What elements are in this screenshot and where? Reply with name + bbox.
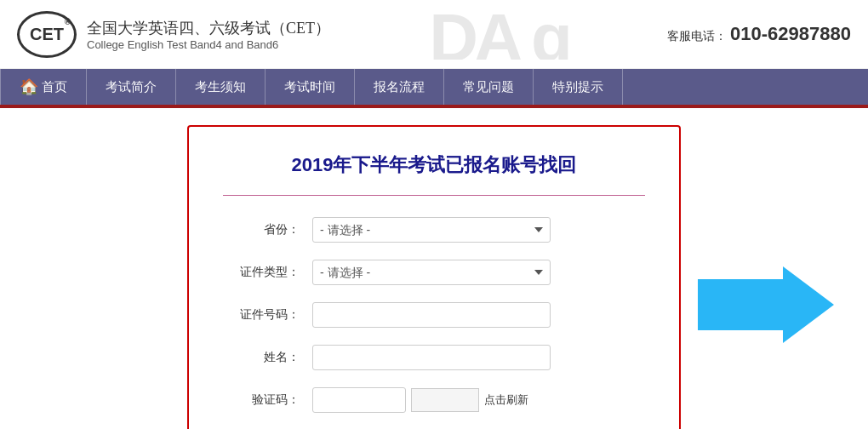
reg-mark: ® (65, 17, 71, 26)
name-label: 姓名： (223, 350, 300, 365)
id-type-row: 证件类型： - 请选择 - (223, 260, 645, 285)
captcha-controls: 点击刷新 (312, 387, 528, 413)
logo-icon: CET ® (17, 11, 77, 58)
logo-area: CET ® 全国大学英语四、六级考试（CET） College English … (17, 11, 330, 58)
id-type-select[interactable]: - 请选择 - (312, 260, 551, 285)
id-number-row: 证件号码： (223, 302, 645, 328)
title-divider (223, 195, 645, 196)
watermark: DA g (330, 9, 667, 60)
nav-home[interactable]: 🏠 首页 (0, 69, 87, 105)
captcha-refresh-button[interactable]: 点击刷新 (484, 392, 528, 408)
nav-schedule[interactable]: 考试时间 (266, 69, 355, 105)
nav-tips[interactable]: 特别提示 (534, 69, 623, 105)
nav-faq[interactable]: 常见问题 (444, 69, 534, 105)
form-title: 2019年下半年考试已报名账号找回 (223, 152, 645, 178)
nav-notice[interactable]: 考生须知 (176, 69, 266, 105)
site-title: 全国大学英语四、六级考试（CET） (87, 18, 330, 38)
id-number-label: 证件号码： (223, 307, 300, 323)
phone-number: 010-62987880 (730, 23, 851, 44)
name-row: 姓名： (223, 345, 645, 370)
header: CET ® 全国大学英语四、六级考试（CET） College English … (0, 0, 868, 69)
captcha-image (411, 388, 479, 412)
phone-label: 客服电话： (667, 29, 727, 43)
nav-faq-label: 常见问题 (463, 79, 514, 95)
province-select[interactable]: - 请选择 - (312, 217, 551, 243)
site-subtitle: College English Test Band4 and Band6 (87, 38, 330, 51)
contact-area: 客服电话： 010-62987880 (667, 23, 851, 45)
id-number-input[interactable] (312, 302, 551, 328)
captcha-label: 验证码： (223, 392, 300, 408)
province-label: 省份： (223, 222, 300, 237)
navigation: 🏠 首页 考试简介 考生须知 考试时间 报名流程 常见问题 特别提示 (0, 69, 868, 105)
nav-intro[interactable]: 考试简介 (87, 69, 176, 105)
id-type-label: 证件类型： (223, 265, 300, 280)
blue-arrow (698, 266, 834, 343)
nav-tips-label: 特别提示 (552, 79, 603, 95)
nav-notice-label: 考生须知 (195, 79, 246, 95)
captcha-input[interactable] (312, 387, 406, 413)
nav-registration[interactable]: 报名流程 (355, 69, 444, 105)
logo-text: CET (30, 25, 64, 44)
logo-description: 全国大学英语四、六级考试（CET） College English Test B… (87, 18, 330, 51)
captcha-image-area: 点击刷新 (411, 388, 528, 412)
form-card: 2019年下半年考试已报名账号找回 省份： - 请选择 - 证件类型： - 请选… (187, 125, 681, 429)
nav-home-label: 首页 (42, 79, 67, 95)
nav-registration-label: 报名流程 (374, 79, 425, 95)
nav-intro-label: 考试简介 (106, 79, 157, 95)
main-content: 2019年下半年考试已报名账号找回 省份： - 请选择 - 证件类型： - 请选… (0, 108, 868, 429)
name-input[interactable] (312, 345, 551, 370)
province-row: 省份： - 请选择 - (223, 217, 645, 243)
nav-schedule-label: 考试时间 (284, 79, 335, 95)
svg-marker-0 (698, 266, 834, 343)
home-icon: 🏠 (20, 77, 38, 96)
captcha-row: 验证码： 点击刷新 (223, 387, 645, 413)
